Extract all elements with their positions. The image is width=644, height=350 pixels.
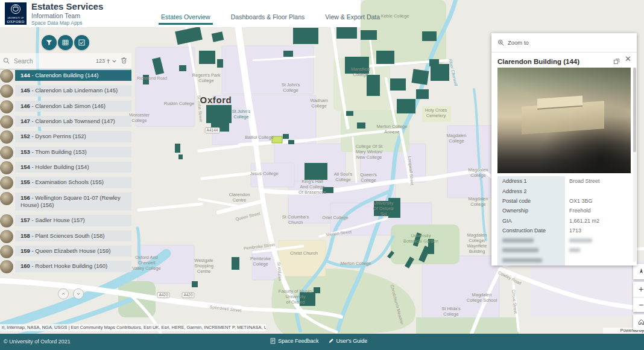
building-list-item[interactable]: 152 - Dyson Perrins (152): [0, 131, 131, 142]
map-label: Christchurch Meadow: [389, 284, 404, 325]
field-label: GIA: [497, 216, 565, 226]
building-list-item[interactable]: 155 - Examination Schools (155): [0, 177, 131, 188]
field-label: Address 2: [497, 186, 565, 196]
building-list-item[interactable]: 160 - Robert Hooke Building (160): [0, 261, 131, 272]
road-shield: A420: [182, 292, 194, 298]
table-icon: [62, 39, 69, 46]
building-item-label: 145 - Clarendon Lab Lindemann (145): [15, 85, 131, 96]
building-list-item[interactable]: 146 - Clarendon Lab Simon (146): [0, 101, 131, 112]
search-input[interactable]: [13, 57, 96, 65]
tab-dashboards-floor-plans[interactable]: Dashboards & Floor Plans: [229, 12, 308, 25]
popup-field-row: OwnershipFreehold: [497, 206, 631, 215]
field-label: Address 1: [497, 176, 565, 186]
map-label: Speedwell Street: [209, 305, 242, 314]
map-label: Magdalen College: [447, 133, 467, 144]
map-label: Richmond Road: [137, 76, 167, 81]
building-thumbnail: [0, 146, 13, 159]
popup-scrollbar: [633, 68, 636, 262]
search-icon: [3, 57, 10, 65]
building-list-item[interactable]: 156 - Wellington Square 01-07 (Rewley Ho…: [0, 192, 131, 211]
field-label: Postal code: [497, 196, 565, 206]
popup-field-row: GIA1,661.21 m2: [497, 216, 631, 226]
building-item-label: 153 - Thom Building (153): [15, 147, 131, 158]
filter-button[interactable]: [42, 35, 57, 50]
map-label: Cowley Road: [497, 270, 522, 286]
building-list-item[interactable]: 157 - Sadler House (157): [0, 215, 131, 226]
space-feedback-link[interactable]: Space Feedback: [270, 338, 319, 344]
building-thumbnail: [0, 192, 13, 205]
building-thumbnail: [0, 260, 13, 273]
select-tools-button[interactable]: [74, 35, 89, 50]
building-list-item[interactable]: 158 - Plant Sciences South (158): [0, 231, 131, 241]
home-button[interactable]: [633, 314, 644, 330]
chevron-down-icon: [112, 59, 117, 63]
building-list-item[interactable]: 159 - Queen Elizabeth House (159): [0, 246, 131, 256]
field-label: [497, 235, 565, 245]
page-up-button[interactable]: [58, 288, 69, 299]
map-attribution: ri, Intermap, NASA, NGA, USGS | Esri Com…: [0, 324, 266, 331]
map-label: Merton College: [341, 261, 371, 267]
map-label: Pembroke College: [250, 256, 271, 267]
zoom-to-label: Zoom to: [508, 39, 529, 46]
popup-field-row: [497, 255, 631, 265]
space-feedback-label: Space Feedback: [278, 338, 319, 344]
map-label: College Of St Mary Winton/ New College: [356, 144, 383, 161]
pencil-icon: [328, 338, 334, 344]
map-label: Magdalen College/ Waynflete Building: [467, 233, 487, 254]
popup-field-row: Address 1Broad Street: [497, 176, 631, 186]
page-down-button[interactable]: [73, 288, 84, 299]
close-popup-button[interactable]: ✕: [625, 55, 631, 63]
app-label: Space Data Map Apps: [31, 20, 83, 26]
map-label: Oriel College: [322, 215, 348, 221]
building-list-item[interactable]: 153 - Thom Building (153): [0, 147, 131, 158]
map-label: Oxford: [200, 95, 232, 106]
tab-estates-overview[interactable]: Estates Overview: [159, 12, 213, 25]
map-label: All Soul's College: [334, 172, 353, 183]
popup-field-row: Construction Date1713: [497, 226, 631, 235]
minus-icon: −: [639, 300, 643, 310]
table-button[interactable]: [58, 35, 73, 50]
popup-field-row: Postal codeOX1 3BG: [497, 196, 631, 206]
compass-icon: [633, 264, 644, 279]
popup-attribute-table: Address 1Broad StreetAddress 2Postal cod…: [497, 176, 631, 266]
zoom-to-button[interactable]: Zoom to: [491, 33, 637, 52]
map-label: Christ Church: [290, 251, 318, 256]
building-item-label: 156 - Wellington Square 01-07 (Rewley Ho…: [15, 192, 131, 211]
search-bar: 123: [0, 53, 131, 69]
popup-scrollbar-thumb[interactable]: [633, 68, 636, 152]
building-photo: [497, 68, 631, 173]
map-label: Queen's College: [360, 173, 377, 183]
building-thumbnail: [0, 100, 13, 113]
close-icon: ✕: [625, 54, 631, 63]
zoom-in-button[interactable]: +: [633, 282, 644, 297]
plus-icon: +: [639, 284, 643, 294]
field-value: [565, 238, 631, 244]
tab-view-export-data[interactable]: View & Export Data: [323, 12, 382, 25]
popup-field-row: [497, 235, 631, 245]
dock-button[interactable]: [613, 56, 620, 67]
building-list-item[interactable]: 147 - Clarendon Lab Townsend (147): [0, 116, 131, 127]
map-label: Westgate Shopping Centre: [194, 258, 213, 275]
zoom-out-button[interactable]: −: [633, 298, 644, 313]
map-label: St John's College: [282, 83, 300, 94]
oxford-crest-icon: [10, 4, 22, 14]
popup-field-row: [497, 246, 631, 255]
sort-ascending-icon: [106, 59, 110, 64]
road-shield: A420: [157, 292, 169, 298]
sort-label: 123: [96, 58, 105, 64]
compass-button[interactable]: [633, 264, 644, 279]
map-label: St John Street: [196, 95, 203, 122]
map-label: Keble College: [381, 14, 409, 19]
building-list-item[interactable]: 144 - Clarendon Building (144): [0, 70, 131, 81]
clear-selection-button[interactable]: [121, 56, 127, 66]
building-thumbnail: [0, 161, 13, 174]
building-list-item[interactable]: 145 - Clarendon Lab Lindemann (145): [0, 85, 131, 96]
chevron-up-icon: [61, 292, 66, 296]
building-list: 144 - Clarendon Building (144)145 - Clar…: [0, 70, 131, 272]
map-label: University Botanical Garden: [403, 234, 438, 244]
users-guide-link[interactable]: User's Guide: [328, 338, 368, 344]
map-label: King's Hall And College Of Brasenose: [298, 179, 326, 196]
building-list-item[interactable]: 154 - Holder Building (154): [0, 162, 131, 173]
map-label: Queen Street: [235, 211, 260, 222]
sort-control[interactable]: 123: [96, 58, 117, 64]
